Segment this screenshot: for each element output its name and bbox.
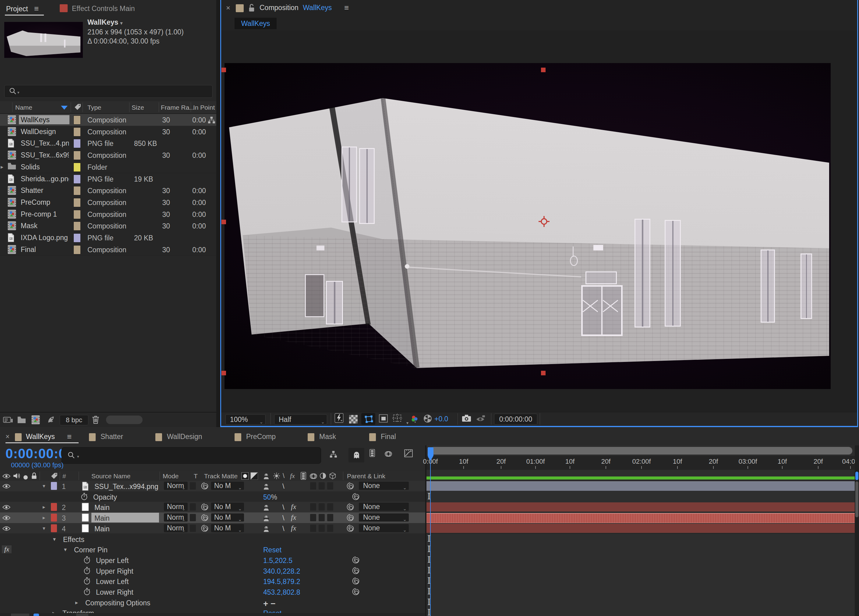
property-value[interactable]: + − <box>263 599 275 609</box>
lock-column-icon[interactable] <box>31 472 37 482</box>
property-name[interactable]: Lower Left <box>96 578 128 586</box>
stopwatch-icon[interactable] <box>83 588 91 597</box>
frame-blend-column-icon[interactable] <box>300 472 306 482</box>
property-pickwhip-icon[interactable] <box>352 567 359 576</box>
property-track[interactable]: I <box>426 576 859 587</box>
property-row[interactable]: Lower Right453.2,802.8 <box>0 586 425 597</box>
label-column-tag-icon[interactable] <box>51 472 58 482</box>
switch-well[interactable] <box>310 514 316 521</box>
horizontal-scrollbar-thumb[interactable] <box>106 416 142 424</box>
tab-project[interactable]: Project ≡ <box>6 3 39 14</box>
guides-dropdown-icon[interactable]: ▾ <box>406 421 409 425</box>
property-group-row[interactable]: ▾Effects <box>0 534 425 545</box>
property-value[interactable]: 1.5,202.5 <box>263 557 292 565</box>
comp-tab-title[interactable]: Composition WallKeys <box>259 4 332 12</box>
project-item-row[interactable]: FinalComposition300:00 <box>0 244 216 256</box>
sort-arrow-icon[interactable] <box>61 106 68 109</box>
label-color-swatch[interactable] <box>73 245 81 254</box>
property-value[interactable]: 340.0,228.2 <box>263 567 300 575</box>
property-pickwhip-icon[interactable] <box>352 588 359 597</box>
property-name[interactable]: Upper Left <box>96 557 128 565</box>
property-pickwhip-icon[interactable] <box>352 577 359 586</box>
property-pickwhip-icon[interactable] <box>352 493 359 502</box>
stopwatch-icon[interactable] <box>81 492 88 502</box>
switch-well[interactable] <box>327 514 333 521</box>
stopwatch-icon[interactable] <box>83 577 91 587</box>
playhead-line[interactable] <box>430 457 431 616</box>
column-parent-link[interactable]: Parent & Link <box>347 472 385 480</box>
show-snapshot-icon[interactable] <box>476 415 486 424</box>
layer-visibility-eye-icon[interactable] <box>2 514 10 523</box>
interpret-footage-icon[interactable] <box>3 416 13 425</box>
label-color-swatch[interactable] <box>73 186 81 195</box>
label-color-swatch[interactable] <box>73 139 81 148</box>
search-dropdown-icon[interactable]: ▾ <box>17 90 19 95</box>
quality-toggle-icon[interactable]: \ <box>283 514 284 522</box>
layer-label-swatch[interactable] <box>51 503 57 511</box>
parent-select[interactable]: None⌄ <box>359 482 409 490</box>
layer-handle[interactable] <box>222 68 226 72</box>
property-pickwhip-icon[interactable] <box>352 556 359 566</box>
property-name[interactable]: Corner Pin <box>74 546 108 554</box>
shy-column-icon[interactable] <box>262 473 270 481</box>
timeline-tab-menu-icon[interactable]: ≡ <box>67 432 72 442</box>
bit-depth-button[interactable]: 8 bpc <box>60 415 88 425</box>
project-item-row[interactable]: ▸SolidsFolder <box>0 161 216 174</box>
region-of-interest-icon[interactable] <box>379 414 388 425</box>
preserve-transparency-well[interactable] <box>190 525 196 532</box>
timeline-tab-mask[interactable]: Mask <box>319 432 336 442</box>
draft-3d-toggle[interactable] <box>348 448 364 463</box>
composition-flowchart-icon[interactable] <box>330 450 337 460</box>
property-name[interactable]: Opacity <box>93 493 117 502</box>
property-row[interactable]: Opacity50% <box>0 491 425 502</box>
scrollbar-thumb[interactable] <box>855 472 858 480</box>
video-column-eye-icon[interactable] <box>2 473 10 481</box>
layer-expander-icon[interactable]: ▸ <box>43 514 45 521</box>
preserve-transparency-well[interactable] <box>190 514 196 521</box>
blend-mode-select[interactable]: Norm⌄ <box>164 503 187 511</box>
preview-item-name[interactable]: WallKeys ▾ <box>87 18 122 27</box>
fast-previews-icon[interactable] <box>334 413 344 425</box>
property-track[interactable]: I <box>426 544 859 555</box>
collapse-transformations-icon[interactable] <box>273 472 280 482</box>
timeline-tab-shatter[interactable]: Shatter <box>100 432 123 442</box>
property-group-row[interactable]: ▸Compositing Options+ − <box>0 597 425 608</box>
track-matte-pickwhip-icon[interactable] <box>201 482 208 491</box>
label-color-swatch[interactable] <box>73 233 81 242</box>
column-name[interactable]: Name <box>15 104 32 111</box>
project-item-row[interactable]: SSU_Tex...6x994Composition300:00 <box>0 149 216 161</box>
layer-track[interactable] <box>426 523 859 534</box>
quality-toggle-icon[interactable]: \ <box>283 524 284 533</box>
label-color-swatch[interactable] <box>73 175 81 184</box>
property-track[interactable]: I <box>426 555 859 566</box>
quality-column-icon[interactable]: \ <box>283 472 284 480</box>
project-item-row[interactable]: ShatterComposition300:00 <box>0 184 216 197</box>
layer-duration-bar[interactable] <box>426 502 855 511</box>
layer-track[interactable] <box>426 502 859 513</box>
layer-name[interactable]: Main <box>94 525 110 533</box>
property-track[interactable]: I <box>426 586 859 597</box>
preview-time-field[interactable]: 0:00:00:00 <box>494 414 537 425</box>
layer-duration-bar[interactable] <box>426 482 855 491</box>
layer-visibility-eye-icon[interactable] <box>2 525 10 533</box>
preview-dropdown-icon[interactable]: ▾ <box>120 20 123 26</box>
project-item-row[interactable]: SSU_Tex...4.pngPNG file850 KB <box>0 138 216 150</box>
quality-toggle-icon[interactable]: \ <box>283 482 284 491</box>
stopwatch-icon[interactable] <box>83 567 91 576</box>
track-matte-pickwhip-icon[interactable] <box>201 503 208 513</box>
composition-viewport[interactable] <box>225 63 831 389</box>
column-track-matte[interactable]: Track Matte <box>204 472 237 480</box>
layer-row[interactable]: ▸2MainNorm⌄No M⌄\fxNone⌄ <box>0 502 425 513</box>
anchor-point-icon[interactable] <box>537 214 551 229</box>
layer-name[interactable]: Main <box>94 503 110 512</box>
track-matte-select[interactable]: No M⌄ <box>211 524 244 532</box>
layer-handle[interactable] <box>222 220 226 224</box>
frame-blending-icon[interactable] <box>369 449 375 459</box>
group-expander-icon[interactable]: ▸ <box>75 599 78 606</box>
project-item-row[interactable]: MaskComposition300:00 <box>0 220 216 232</box>
layer-row[interactable]: ▾1SSU_Tex...x994.pngNorm⌄No M⌄\None⌄ <box>0 481 425 492</box>
preserve-transparency-well[interactable] <box>190 482 196 489</box>
switch-well[interactable] <box>310 503 316 511</box>
snapshot-icon[interactable] <box>462 414 472 424</box>
parent-pickwhip-icon[interactable] <box>347 482 354 491</box>
